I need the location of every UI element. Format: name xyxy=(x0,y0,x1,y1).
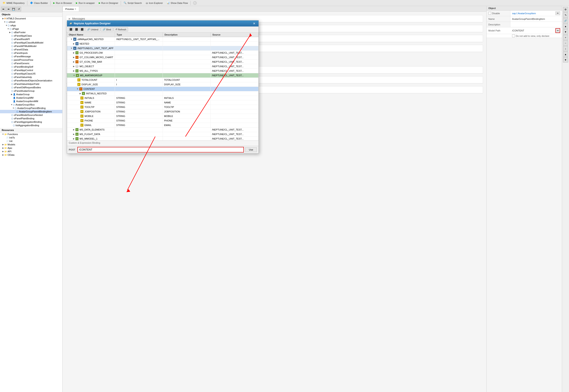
tree-item-panelrestapi[interactable]: ⬡ oPanelRestAPI xyxy=(0,38,62,41)
right-icon-4[interactable]: ▲ xyxy=(563,24,568,29)
tree-item-panelapplclass[interactable]: ⬡ oPanelApplClass xyxy=(0,34,62,38)
right-icon-3[interactable]: 🔗 xyxy=(563,18,568,23)
disable-edit-btn[interactable]: ✏ xyxy=(555,11,560,15)
class-builder-btn[interactable]: 🔷 Class Builder xyxy=(28,0,50,6)
table-row[interactable]: F TOOLTIP STRING TOOLTIP xyxy=(67,105,258,109)
right-icon-1[interactable]: ⚙ xyxy=(563,7,568,12)
script-search-btn[interactable]: 🔍 Script Search xyxy=(122,0,143,6)
table-row[interactable]: ▶ S MS_FLIGHT_DATA /NEPTUNE/CL_UNIT_TEST… xyxy=(67,132,258,137)
tree-item-models[interactable]: ▶ 📁 Models xyxy=(0,143,62,146)
table-row[interactable]: ▶ T GT_ICON_TAB_BAR /NEPTUNE/CL_UNIT_TES… xyxy=(67,60,258,64)
tree-item-panelinputs[interactable]: ⬡ oPanelInputs xyxy=(0,51,62,55)
right-icon-5[interactable]: ▼ xyxy=(563,29,568,34)
tree-item-panelapimm[interactable]: ⬡ oPanelAPIMultiModel xyxy=(0,44,62,48)
icon-explorer-btn[interactable]: 🗂 Icon Explorer xyxy=(144,0,165,6)
tree-item-oshell[interactable]: ▼ ⬡ oShell xyxy=(0,20,62,24)
show-data-flow-btn[interactable]: 📊 Show Data Flow xyxy=(165,0,190,6)
dialog-back-btn[interactable]: ⬛ xyxy=(68,27,74,31)
dialog-close-btn[interactable]: ✕ xyxy=(252,22,256,25)
table-row[interactable]: ▶ S INITIALS_NESTED xyxy=(67,91,258,96)
dialog-forward-btn[interactable]: ⬛ xyxy=(74,27,79,31)
tree-item-listaggbinding[interactable]: ⬡ listAggregationBinding xyxy=(0,124,62,127)
binding-input[interactable] xyxy=(77,147,244,153)
table-row[interactable]: F JOBPOSITION STRING JOBPOSITION xyxy=(67,109,258,114)
tree-item-initts[interactable]: 📄 InitTs xyxy=(0,136,62,139)
tree-item-panelmodelsourcenested[interactable]: ⬡ oPanelModelSourceNested xyxy=(0,113,62,117)
tree-item-init[interactable]: 📄 Init xyxy=(0,139,62,143)
tree-item-panelnested[interactable]: ⬡ oPanelNestedObjectsDeserialization xyxy=(0,79,62,82)
tree-item-avatargroupparentbindingitem[interactable]: ⬡ AvatarGroupParentBindingItem xyxy=(0,110,62,113)
run-designer-btn[interactable]: ▶ Run in Designer xyxy=(97,0,120,6)
table-row[interactable]: ▼ N /NEPTUNE/CL_UNIT_TEST_APP xyxy=(67,46,258,51)
tree-item-panelappcontrol[interactable]: ⬡ oPanelAppControl xyxy=(0,69,62,72)
tree-item-html5[interactable]: ▶ H HTML5 Document xyxy=(0,17,62,20)
right-icon-7[interactable]: − xyxy=(563,41,568,46)
sidebar-icon-3[interactable]: 💾 xyxy=(11,7,16,11)
tree-item-odata[interactable]: ▶ 📁 OData xyxy=(0,153,62,157)
sidebar-icon-2[interactable]: ➡ xyxy=(6,7,11,11)
table-row-content[interactable]: ▼ T CONTENT xyxy=(67,87,258,91)
tree-item-avatargroup[interactable]: ▶ 👤 AvatarGroup xyxy=(0,93,62,96)
tree-item-opage[interactable]: ▼ ⬡ oPage xyxy=(0,27,62,31)
use-button[interactable]: Use xyxy=(245,147,257,152)
sidebar-icon-1[interactable]: ⬅ xyxy=(1,7,6,11)
table-row[interactable]: ▶ S GS_PROCESSFLOW /NEPTUNE/CL_UNIT_TEST… xyxy=(67,51,258,55)
table-row[interactable]: F NAME STRING NAME xyxy=(67,100,258,105)
mime-repository-btn[interactable]: 📁 MIME Repository xyxy=(1,0,26,6)
sidebar-icon-4[interactable]: ↺ xyxy=(16,7,21,11)
tree-item-avatargroupvbox[interactable]: ▼ ⬡ AvatarGroupVBox xyxy=(0,103,62,106)
preview-tab[interactable]: Preview ✕ xyxy=(62,6,79,11)
table-row[interactable]: ▼ S MS_AVATARGROUP /NEPTUNE/CL_UNIT_TEST… xyxy=(67,73,258,78)
tree-item-panelodata[interactable]: ⬡ oPanelOData xyxy=(0,48,62,51)
close-preview-icon[interactable]: ✕ xyxy=(75,8,76,10)
tree-item-ajax[interactable]: ▶ 📁 Ajax xyxy=(0,146,62,150)
tree-item-oapp[interactable]: ▼ ⬡ oApp xyxy=(0,24,62,27)
table-row[interactable]: F PHONE STRING PHONE xyxy=(67,118,258,123)
table-row[interactable]: F TOTALCOUNT I TOTALCOUNT xyxy=(67,78,258,82)
tree-item-panelmessage[interactable]: ⬡ oPanelMessage xyxy=(0,55,62,58)
table-row[interactable]: F MOBILE STRING MOBILE xyxy=(67,114,258,118)
tree-item-avatargroupparentbinding[interactable]: ▼ ⬡ AvatarGroupParentBinding xyxy=(0,106,62,110)
right-icon-8[interactable]: ↕ xyxy=(563,46,568,51)
run-browser-btn[interactable]: ▶ Run in Browser xyxy=(52,0,74,6)
table-row[interactable]: ▼ M oMMApplCMS_NESTED /NEPTUNE/CL_UNIT_T… xyxy=(67,37,258,42)
tree-item-panelaggbinding[interactable]: ⬡ oPanelAggregationBinding xyxy=(0,120,62,124)
bind-btn[interactable]: 🔗 Bind xyxy=(101,27,113,31)
tree-item-obarfooter[interactable]: ▶ ⬡ oBarFooter xyxy=(0,31,62,34)
tree-item-panelapplclassui5[interactable]: ⬡ oPanelApplClassUI5 xyxy=(0,72,62,75)
tree-item-processflow[interactable]: ⬡ panelProcessFlow xyxy=(0,58,62,62)
table-row[interactable]: ▶ S MS_MMODEL_1 /NEPTUNE/CL_UNIT_TEST... xyxy=(67,137,258,140)
tree-item-panelvaluehelp[interactable]: ⬡ oPanelValueHelp xyxy=(0,75,62,79)
right-icon-10[interactable]: ▼ xyxy=(563,57,568,62)
table-row[interactable]: F EMAIL STRING EMAIL xyxy=(67,123,258,127)
tree-item-functions[interactable]: ▼ 📁 Functions xyxy=(0,132,62,136)
right-icon-6[interactable]: + xyxy=(563,35,568,40)
model-path-edit-btn[interactable]: ✏ xyxy=(555,28,560,33)
disable-checkbox[interactable] xyxy=(488,12,491,15)
info-btn[interactable]: i xyxy=(192,0,198,6)
tree-item-avatargroupitemmm[interactable]: 👤 AvatarGroupItemMM xyxy=(0,99,62,103)
do-not-add-checkbox[interactable] xyxy=(512,34,515,37)
tree-item-panelplainbinding[interactable]: ⬡ oPanelPlainBinding xyxy=(0,117,62,120)
refresh-btn[interactable]: ↺ Refresh xyxy=(113,27,128,31)
table-row[interactable]: ▶ O MO_OBJECT /NEPTUNE/CL_UNIT_TEST... xyxy=(67,64,258,69)
table-row[interactable]: ▶ S MS_DATA_ELEMENTS /NEPTUNE/CL_UNIT_TE… xyxy=(67,127,258,132)
tree-item-panelapplclassmm[interactable]: ⬡ oPanelApplClassMultiModel xyxy=(0,41,62,44)
tree-item-api[interactable]: ▶ 📁 API xyxy=(0,150,62,153)
table-row[interactable]: ▶ S MS_ALL_TYPES /NEPTUNE/CL_UNIT_TEST..… xyxy=(67,69,258,73)
disable-link[interactable]: sap.f.AvatarGroupItem xyxy=(512,12,536,15)
run-wrapper-btn[interactable]: ▶ Run In wrapper xyxy=(74,0,96,6)
unbind-btn[interactable]: 🔗 Unbind xyxy=(85,27,100,31)
table-row[interactable]: ▶ M NESTED xyxy=(67,42,258,46)
tree-item-panelavatargroup[interactable]: ⬡ oPanelAvatarGroup xyxy=(0,89,62,93)
right-icon-2[interactable]: ✎ xyxy=(563,13,568,18)
right-icon-9[interactable]: ▲ xyxy=(563,52,568,57)
table-row[interactable]: ▶ T GT_COLUMN_MICRO_CHART /NEPTUNE/CL_UN… xyxy=(67,55,258,60)
tree-item-panelvaluehelperfield[interactable]: ⬡ oPanelValueHelperField xyxy=(0,82,62,86)
dialog-home-btn[interactable]: ⬛ xyxy=(80,27,85,31)
tree-item-avatargroupmm[interactable]: 👤 AvatarGroupMM xyxy=(0,96,62,99)
tree-item-paneloldbodies[interactable]: ⬡ oPanelOldRequestBodies xyxy=(0,86,62,89)
tree-item-panelbindingself[interactable]: ⬡ oPanelBindingSelf xyxy=(0,65,62,69)
table-row[interactable]: F DISPLAY_SIZE I DISPLAY_SIZE xyxy=(67,82,258,87)
tree-item-panelgeneric[interactable]: ⬡ oPanelGeneric xyxy=(0,62,62,65)
